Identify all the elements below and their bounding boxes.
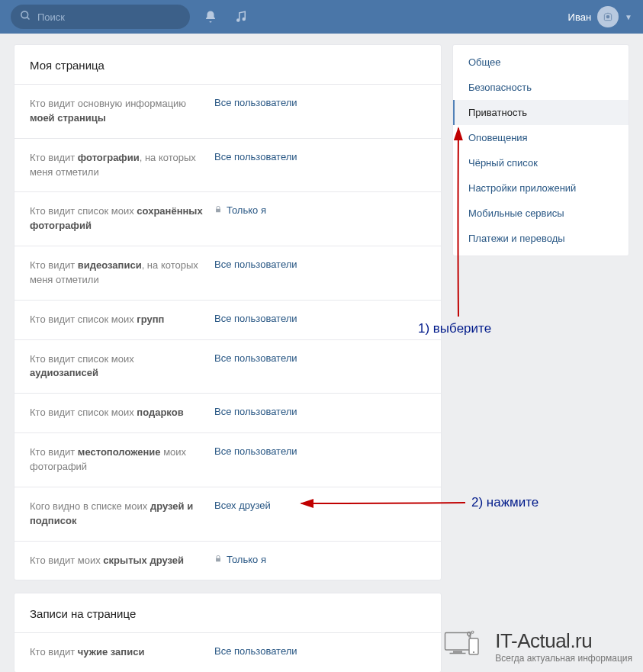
setting-row: Кто видит список моих группВсе пользоват… (14, 300, 441, 339)
setting-label: Кого видно в списке моих друзей и подпис… (30, 500, 205, 529)
setting-value[interactable]: Все пользователи (214, 445, 297, 457)
user-name: Иван (568, 11, 592, 23)
setting-row: Кто видит моих скрытых друзейТолько я (14, 541, 441, 580)
setting-value[interactable]: Все пользователи (214, 313, 297, 324)
setting-value-text: Все пользователи (214, 445, 297, 457)
setting-value[interactable]: Всех друзей (214, 500, 271, 511)
watermark: IT-Actual.ru Всегда актуальная информаци… (442, 629, 632, 664)
svg-point-10 (468, 632, 471, 636)
sidebar-item[interactable]: Безопасность (453, 75, 629, 100)
topbar: Иван ▼ (0, 0, 643, 34)
search-icon (20, 10, 31, 24)
setting-value[interactable]: Все пользователи (214, 406, 297, 417)
setting-row: Кто видит местоположение моих фотографий… (14, 432, 441, 487)
setting-value-text: Все пользователи (214, 313, 297, 324)
watermark-title: IT-Actual.ru (495, 629, 632, 653)
sidebar-item[interactable]: Приватность (453, 100, 629, 125)
sidebar-item[interactable]: Платежи и переводы (453, 226, 629, 251)
watermark-subtitle: Всегда актуальная информация (495, 653, 632, 664)
setting-value[interactable]: Все пользователи (214, 259, 297, 270)
setting-value-text: Все пользователи (214, 406, 297, 417)
setting-value[interactable]: Только я (214, 554, 266, 565)
chevron-down-icon: ▼ (625, 13, 632, 21)
svg-point-4 (606, 15, 610, 19)
svg-line-1 (27, 17, 29, 19)
avatar (597, 6, 619, 27)
setting-label: Кто видит список моих аудиозаписей (30, 352, 205, 381)
setting-row: Кто видит фотографии, на которых меня от… (14, 138, 441, 192)
setting-label: Кто видит видеозаписи, на которых меня о… (30, 259, 205, 288)
setting-label: Кто видит список моих подарков (30, 406, 205, 420)
search-input[interactable] (37, 11, 181, 23)
svg-point-12 (471, 631, 474, 633)
setting-value-text: Все пользователи (214, 97, 297, 108)
settings-sidebar: ОбщееБезопасностьПриватностьОповещенияЧё… (452, 44, 629, 256)
setting-value-text: Все пользователи (214, 352, 297, 364)
search-box[interactable] (11, 5, 190, 29)
setting-label: Кто видит список моих групп (30, 313, 205, 327)
setting-row: Кто видит видеозаписи, на которых меня о… (14, 246, 441, 300)
sidebar-item[interactable]: Оповещения (453, 125, 629, 150)
svg-point-3 (243, 18, 245, 21)
setting-value[interactable]: Все пользователи (214, 645, 297, 657)
setting-value[interactable]: Все пользователи (214, 97, 297, 108)
setting-value[interactable]: Все пользователи (214, 151, 297, 162)
music-icon[interactable] (231, 7, 251, 27)
lock-icon (214, 205, 222, 215)
sidebar-item[interactable]: Настройки приложений (453, 175, 629, 201)
setting-label: Кто видит фотографии, на которых меня от… (30, 151, 205, 180)
svg-point-0 (21, 11, 28, 18)
sidebar-item[interactable]: Мобильные сервисы (453, 201, 629, 226)
svg-point-9 (473, 651, 474, 653)
setting-label: Кто видит чужие записи (30, 645, 205, 660)
svg-rect-7 (450, 653, 466, 654)
panel-title: Моя страница (14, 45, 441, 84)
setting-label: Кто видит основную информацию моей стран… (30, 97, 205, 126)
panel-title: Записи на странице (14, 593, 441, 632)
privacy-panel-my-page: Моя страница Кто видит основную информац… (14, 44, 442, 580)
setting-value[interactable]: Все пользователи (214, 352, 297, 364)
sidebar-item[interactable]: Чёрный список (453, 150, 629, 175)
setting-row: Кто видит список моих сохранённых фотогр… (14, 191, 441, 246)
privacy-panel-wall: Записи на странице Кто видит чужие запис… (14, 593, 442, 672)
setting-value[interactable]: Только я (214, 204, 266, 216)
sidebar-item[interactable]: Общее (453, 50, 629, 75)
setting-value-text: Все пользователи (214, 259, 297, 270)
setting-value-text: Все пользователи (214, 645, 297, 657)
svg-rect-5 (445, 633, 471, 651)
setting-row: Кто видит список моих аудиозаписейВсе по… (14, 339, 441, 394)
setting-value-text: Всех друзей (214, 500, 271, 511)
setting-label: Кто видит моих скрытых друзей (30, 554, 205, 568)
setting-value-text: Все пользователи (214, 151, 297, 162)
lock-icon (214, 555, 222, 564)
setting-row: Кого видно в списке моих друзей и подпис… (14, 487, 441, 541)
notifications-icon[interactable] (201, 7, 220, 27)
setting-label: Кто видит список моих сохранённых фотогр… (30, 204, 205, 233)
setting-label: Кто видит местоположение моих фотографий (30, 445, 205, 474)
setting-row: Кто видит список моих подарковВсе пользо… (14, 393, 441, 432)
setting-value-text: Только я (227, 204, 266, 216)
setting-row: Кто видит чужие записиВсе пользователи (14, 632, 441, 672)
svg-point-2 (237, 19, 240, 21)
setting-row: Кто видит основную информацию моей стран… (14, 84, 441, 138)
devices-icon (442, 629, 487, 664)
svg-rect-6 (453, 651, 462, 653)
user-menu[interactable]: Иван ▼ (568, 6, 632, 27)
setting-value-text: Только я (227, 554, 266, 565)
